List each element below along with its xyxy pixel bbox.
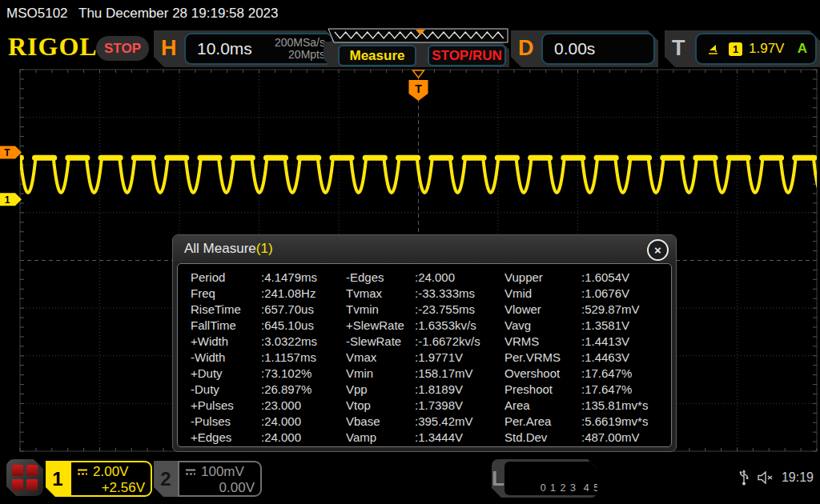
- svg-text:T: T: [415, 82, 422, 95]
- channel2-block[interactable]: 2 100mV 0.00V: [154, 461, 262, 497]
- measure-value: :1.7398V: [415, 398, 504, 414]
- trigger-source-badge: 1: [729, 42, 742, 56]
- measure-value: :1.6054V: [581, 270, 665, 286]
- menu-grid-icon[interactable]: [6, 459, 43, 496]
- measure-value: :-1.6672kv/s: [415, 334, 504, 350]
- measure-value: :241.08Hz: [261, 286, 346, 302]
- measure-value: :1.4413V: [581, 334, 665, 350]
- measure-label: +Duty: [191, 366, 261, 382]
- measure-grid: Period:4.1479ms-Edges:24.000Vupper:1.605…: [191, 270, 671, 446]
- measure-label: Preshoot: [504, 382, 581, 398]
- acquisition-info: 200MSa/s 20Mpts: [275, 37, 325, 61]
- measure-label: Overshoot: [504, 366, 581, 382]
- channel1-block[interactable]: 1 2.00V +2.56V: [46, 461, 152, 497]
- measure-value: :1.8189V: [415, 382, 504, 398]
- measure-value: :1.9771V: [415, 350, 504, 366]
- measure-label: -Width: [191, 350, 261, 366]
- datetime-text: Thu December 28 19:19:58 2023: [78, 6, 279, 22]
- stop-run-button[interactable]: STOP/RUN: [428, 45, 506, 66]
- speaker-mute-icon[interactable]: [757, 471, 774, 484]
- trigger-block[interactable]: T 1 1.97V A: [665, 30, 820, 67]
- measure-value: :73.102%: [261, 366, 346, 382]
- waveform-preview-strip[interactable]: [324, 28, 509, 45]
- measure-label: Vmax: [346, 350, 415, 366]
- measure-value: :1.3581V: [581, 318, 665, 334]
- measure-label: Vlower: [504, 302, 581, 318]
- measure-label: Vupper: [504, 270, 581, 286]
- popup-title-bar[interactable]: All Measure (1) ×: [173, 235, 676, 262]
- measure-label: Period: [191, 270, 261, 286]
- oscilloscope-screen: MSO5102 Thu December 28 19:19:58 2023 RI…: [0, 0, 820, 504]
- measure-label: +Width: [191, 334, 261, 350]
- measure-label: +SlewRate: [346, 318, 415, 334]
- measure-value: :529.87mV: [581, 302, 665, 318]
- measure-label: +Pulses: [191, 398, 261, 414]
- popup-close-button[interactable]: ×: [647, 239, 669, 261]
- clock-time: 19:19: [782, 470, 814, 485]
- delay-value: 0.00s: [554, 39, 595, 58]
- measure-label: Freq: [191, 286, 261, 302]
- popup-body: Period:4.1479ms-Edges:24.000Vupper:1.605…: [177, 263, 672, 447]
- measure-label: Vamp: [346, 430, 415, 446]
- delay-label: D: [518, 35, 534, 61]
- measure-value: :158.17mV: [415, 366, 504, 382]
- measure-value: :487.00mV: [581, 430, 665, 446]
- delay-block[interactable]: D 0.00s: [511, 30, 658, 67]
- channel2-offset: 0.00V: [184, 480, 255, 496]
- measure-value: :1.6353kv/s: [415, 318, 504, 334]
- channel1-position-marker[interactable]: [0, 193, 22, 206]
- trigger-level-value: 1.97V: [749, 41, 784, 57]
- measure-value: :26.897%: [261, 382, 346, 398]
- measure-label: Vtop: [346, 398, 415, 414]
- usb-icon: [738, 470, 750, 486]
- trigger-mode: A: [798, 41, 807, 57]
- channel2-scale: 100mV: [201, 464, 244, 480]
- measure-value: :23.000: [261, 398, 346, 414]
- trigger-position-outline-icon: [413, 70, 424, 78]
- timebase-value: 10.0ms: [197, 39, 252, 58]
- measure-value: :1.0676V: [581, 286, 665, 302]
- measure-value: :17.647%: [581, 382, 665, 398]
- measure-label: FallTime: [191, 318, 261, 334]
- sample-rate: 200MSa/s: [275, 36, 325, 49]
- memory-depth: 20Mpts: [288, 48, 325, 61]
- measure-label: Per.VRMS: [504, 350, 581, 366]
- bottom-bar: 1 2.00V +2.56V 2: [0, 452, 820, 504]
- measure-value: :17.647%: [581, 366, 665, 382]
- model-name: MSO5102: [6, 6, 68, 22]
- rigol-logo: RIGOL: [8, 32, 98, 61]
- measure-label: Vavg: [504, 318, 581, 334]
- trigger-level-marker[interactable]: [0, 146, 22, 158]
- measure-label: -Edges: [346, 270, 415, 286]
- measure-label: Per.Area: [504, 414, 581, 430]
- measure-value: :-23.755ms: [415, 302, 504, 318]
- trigger-label: T: [672, 35, 685, 61]
- popup-source-count: (1): [256, 241, 273, 257]
- measure-label: Vbase: [346, 414, 415, 430]
- channel1-number: 1: [46, 461, 70, 497]
- titlebar: MSO5102 Thu December 28 19:19:58 2023: [0, 0, 820, 26]
- measure-value: :1.3444V: [415, 430, 504, 446]
- measure-label: Vmin: [346, 366, 415, 382]
- measure-value: :1.4463V: [581, 350, 665, 366]
- measure-value: :24.000: [415, 270, 504, 286]
- measure-label: VRMS: [504, 334, 581, 350]
- svg-text:1: 1: [5, 194, 10, 206]
- dc-coupling-icon: [184, 468, 197, 476]
- horizontal-block[interactable]: H 10.0ms 200MSa/s 20Mpts: [154, 30, 336, 67]
- measure-value: :4.1479ms: [261, 270, 346, 286]
- measure-label: -Duty: [191, 382, 261, 398]
- horizontal-label: H: [161, 35, 177, 61]
- measure-button[interactable]: Measure: [338, 45, 416, 66]
- measure-label: RiseTime: [191, 302, 261, 318]
- channel1-offset: +2.56V: [76, 480, 145, 496]
- measure-value: :135.81mv*s: [581, 398, 665, 414]
- logic-label: L: [492, 459, 504, 498]
- channel1-scale: 2.00V: [93, 464, 128, 480]
- run-state-indicator[interactable]: STOP: [96, 36, 149, 61]
- measure-label: Area: [504, 398, 581, 414]
- measure-label: Tvmax: [346, 286, 415, 302]
- trigger-slope-icon: [706, 42, 721, 55]
- measure-value: :5.6619mv*s: [581, 414, 665, 430]
- logic-channels-block[interactable]: L 0 1 2 3 4 5 6 7 8 9 1011 12131415: [492, 459, 597, 498]
